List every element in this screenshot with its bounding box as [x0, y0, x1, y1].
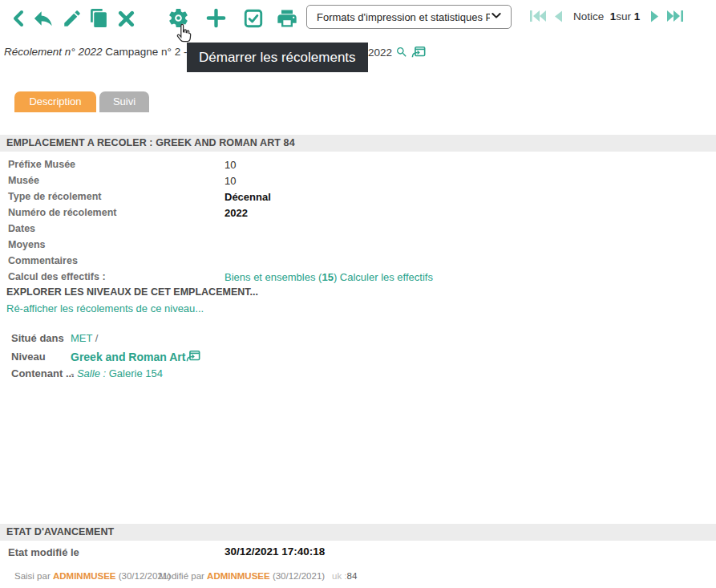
edit-button[interactable]	[62, 8, 83, 29]
biens-ensembles-link[interactable]: Biens et ensembles (15)	[225, 271, 337, 283]
record-title: Récolement n° 2022 Campagne n° 2 - Ca	[4, 46, 204, 58]
niveau-label: Niveau	[11, 351, 46, 363]
pencil-icon	[62, 8, 83, 29]
delete-button[interactable]	[116, 9, 136, 29]
open-window-icon[interactable]	[186, 350, 200, 363]
record-title-recolement: Récolement n° 2022	[4, 46, 102, 58]
situe-separator: /	[95, 332, 99, 344]
contenant-label: Contenant ...	[11, 367, 75, 379]
saisi-par-user: ADMINMUSEE	[53, 571, 116, 581]
open-window-icon[interactable]	[411, 46, 426, 59]
modifie-par-label: Modifié par	[159, 571, 204, 581]
validate-button[interactable]	[243, 8, 264, 29]
reafficher-recolements-link[interactable]: Ré-afficher les récolements de ce niveau…	[6, 302, 204, 314]
record-title-suffix-group: 2022	[368, 46, 426, 59]
plus-icon	[204, 6, 228, 30]
chevron-down-icon	[490, 9, 503, 25]
close-x-icon	[116, 9, 136, 29]
record-navigation: Notice 1sur 1	[529, 10, 684, 22]
tab-suivi[interactable]: Suivi	[99, 91, 149, 112]
field-value-numero-recolement: 2022	[225, 207, 248, 219]
undo-button[interactable]	[32, 7, 55, 30]
next-record-button[interactable]	[650, 10, 659, 22]
record-counter: Notice 1sur 1	[573, 10, 640, 22]
print-button[interactable]	[276, 7, 298, 30]
print-format-selected-value: Formats d'impression et statistiques PV.…	[317, 11, 490, 23]
add-button[interactable]	[204, 6, 228, 30]
effectifs-count: 15	[322, 271, 333, 283]
section-header-emplacement: EMPLACEMENT A RECOLER : GREEK AND ROMAN …	[0, 135, 716, 152]
saisi-par-group: Saisi par ADMINMUSEE (30/12/2021)	[14, 571, 171, 581]
next-record-icon	[650, 11, 659, 25]
met-link[interactable]: MET	[71, 332, 92, 344]
uk-label: uk :	[332, 571, 347, 581]
field-label-dates: Dates	[8, 223, 35, 234]
greek-roman-art-link[interactable]: Greek and Roman Art	[71, 351, 185, 363]
previous-record-button[interactable]	[554, 10, 563, 22]
copy-button[interactable]	[89, 8, 109, 28]
tooltip-demarrer-recolements: Démarrer les récolements	[187, 43, 368, 72]
field-value-calcul-effectifs: Biens et ensembles (15) Calculer les eff…	[225, 271, 433, 283]
chevron-left-icon	[10, 9, 29, 28]
calculer-effectifs-link[interactable]: Calculer les effectifs	[340, 271, 433, 283]
checkbox-check-icon	[243, 8, 264, 29]
previous-record-icon	[554, 11, 563, 25]
etat-modifie-label: Etat modifié le	[8, 546, 79, 558]
situe-dans-label: Situé dans	[11, 332, 64, 344]
back-button[interactable]	[10, 9, 29, 28]
field-label-prefixe-musee: Préfixe Musée	[8, 159, 75, 170]
printer-icon	[276, 7, 298, 30]
contenant-value: - Salle : Galerie 154	[71, 367, 163, 379]
field-label-commentaires: Commentaires	[8, 255, 78, 266]
modifie-par-user: ADMINMUSEE	[207, 571, 270, 581]
field-label-type-recolement: Type de récolement	[8, 191, 101, 202]
field-label-musee: Musée	[8, 175, 39, 186]
field-label-numero-recolement: Numéro de récolement	[8, 207, 116, 218]
print-format-select[interactable]: Formats d'impression et statistiques PV.…	[306, 5, 512, 29]
record-total: 1	[634, 10, 641, 22]
field-value-prefixe-musee: 10	[225, 159, 236, 171]
copy-pages-icon	[89, 8, 109, 28]
section-header-etat: ETAT D'AVANCEMENT	[0, 524, 716, 541]
record-title-suffix: 2022	[368, 47, 392, 59]
search-icon[interactable]	[395, 46, 408, 59]
etat-modifie-value: 30/12/2021 17:40:18	[225, 545, 325, 558]
field-label-moyens: Moyens	[8, 239, 46, 250]
field-value-type-recolement: Décennal	[225, 191, 271, 203]
niveau-value: Greek and Roman Art	[71, 350, 200, 363]
contenant-type: Salle :	[77, 367, 106, 379]
field-label-calcul-effectifs: Calcul des effectifs :	[8, 271, 106, 282]
contenant-dash: -	[71, 367, 77, 379]
gear-icon	[167, 6, 190, 30]
first-record-icon	[529, 11, 547, 25]
saisi-par-label: Saisi par	[14, 571, 51, 581]
uk-value: 84	[347, 571, 358, 581]
modifie-par-group: Modifié par ADMINMUSEE (30/12/2021)	[159, 571, 325, 581]
last-record-button[interactable]	[666, 10, 684, 22]
recolement-window: Formats d'impression et statistiques PV.…	[0, 0, 716, 588]
settings-button[interactable]	[167, 6, 190, 30]
modifie-par-date: (30/12/2021)	[273, 571, 325, 581]
explorer-title: EXPLORER LES NIVEAUX DE CET EMPLACEMENT.…	[6, 286, 258, 298]
contenant-room: Galerie 154	[109, 367, 163, 379]
first-record-button[interactable]	[529, 10, 547, 22]
last-record-icon	[666, 11, 684, 25]
situe-dans-value: MET /	[71, 332, 98, 344]
undo-arrow-icon	[32, 7, 55, 30]
uk-group: uk :84	[332, 571, 357, 581]
tab-description[interactable]: Description	[14, 91, 96, 112]
field-value-musee: 10	[225, 175, 236, 187]
